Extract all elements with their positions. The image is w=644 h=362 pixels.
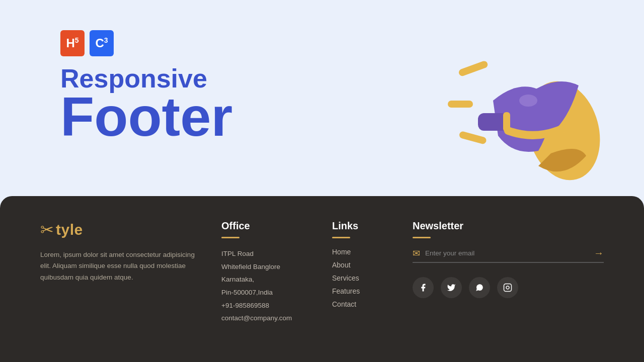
links-list: HomeAboutServicesFeaturesContact xyxy=(332,247,413,309)
newsletter-form: ✉ → xyxy=(413,247,604,263)
html5-badge: H5 xyxy=(60,30,85,56)
megaphone-illustration xyxy=(443,20,614,191)
footer-link[interactable]: Features xyxy=(332,287,360,295)
svg-rect-0 xyxy=(458,60,489,77)
office-line1: ITPL Road xyxy=(221,247,332,260)
twitter-social-button[interactable] xyxy=(441,277,462,298)
list-item: About xyxy=(332,260,413,269)
brand-logo: ✂ tyle xyxy=(40,220,201,239)
html5-label: H5 xyxy=(66,36,78,50)
svg-rect-2 xyxy=(458,131,487,145)
footer-newsletter-column: Newsletter ✉ → xyxy=(413,220,604,298)
footer-office-column: Office ITPL Road Whitefield Banglore Kar… xyxy=(221,220,332,325)
footer-link[interactable]: About xyxy=(332,261,351,269)
brand-description: Lorem, ipsum dolor sit amet consectetur … xyxy=(40,249,201,283)
footer-label: Footer xyxy=(60,89,232,144)
office-line3: Karnataka, xyxy=(221,273,332,286)
newsletter-heading: Newsletter xyxy=(413,220,604,232)
footer-link[interactable]: Home xyxy=(332,248,351,256)
scissors-icon: ✂ xyxy=(40,220,54,239)
footer-brand-column: ✂ tyle Lorem, ipsum dolor sit amet conse… xyxy=(40,220,221,283)
css3-badge: C3 xyxy=(90,30,114,56)
email-input[interactable] xyxy=(425,249,594,257)
svg-rect-1 xyxy=(448,101,473,108)
facebook-social-button[interactable] xyxy=(413,277,434,298)
office-phone: +91-985869588 xyxy=(221,299,332,312)
hero-section: H5 C3 Responsive Footer xyxy=(0,0,644,196)
svg-rect-7 xyxy=(504,284,512,292)
email-icon: ✉ xyxy=(413,248,420,259)
links-underline xyxy=(332,237,350,238)
brand-name: tyle xyxy=(56,221,83,238)
footer-link[interactable]: Contact xyxy=(332,300,356,308)
whatsapp-social-button[interactable] xyxy=(469,277,490,298)
office-line4: Pin-500007,India xyxy=(221,286,332,299)
list-item: Home xyxy=(332,247,413,256)
list-item: Contact xyxy=(332,300,413,309)
office-underline xyxy=(221,237,239,238)
list-item: Features xyxy=(332,287,413,296)
list-item: Services xyxy=(332,274,413,283)
newsletter-underline xyxy=(413,237,431,238)
social-icons-row xyxy=(413,277,604,298)
instagram-social-button[interactable] xyxy=(497,277,518,298)
office-line2: Whitefield Banglore xyxy=(221,260,332,274)
office-address: ITPL Road Whitefield Banglore Karnataka,… xyxy=(221,247,332,325)
css3-label: C3 xyxy=(95,36,108,50)
svg-point-6 xyxy=(519,95,537,107)
brand-name-text: tyle xyxy=(56,221,83,238)
footer-link[interactable]: Services xyxy=(332,274,359,282)
footer-section: ✂ tyle Lorem, ipsum dolor sit amet conse… xyxy=(0,196,644,362)
badge-row: H5 C3 xyxy=(60,30,232,56)
office-heading: Office xyxy=(221,220,332,232)
submit-arrow-icon[interactable]: → xyxy=(594,247,604,259)
hero-text-block: H5 C3 Responsive Footer xyxy=(60,30,232,144)
links-heading: Links xyxy=(332,220,413,232)
office-email: contact@company.com xyxy=(221,312,332,325)
footer-links-column: Links HomeAboutServicesFeaturesContact xyxy=(332,220,413,309)
